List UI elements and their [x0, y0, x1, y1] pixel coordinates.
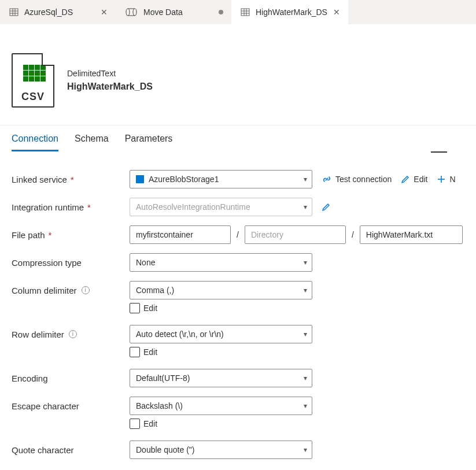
label-encoding: Encoding [12, 373, 130, 383]
svg-point-5 [126, 9, 130, 16]
svg-rect-0 [10, 9, 18, 16]
integration-runtime-select: AutoResolveIntegrationRuntime ▾ [130, 198, 312, 216]
tab-label: HighWaterMark_DS [256, 8, 327, 17]
path-separator: / [350, 230, 355, 239]
pipeline-icon [125, 8, 138, 17]
test-connection-button[interactable]: Test connection [322, 174, 392, 184]
unsaved-dot-icon [219, 10, 223, 14]
subtab-schema[interactable]: Schema [75, 134, 109, 151]
new-linked-service-button[interactable]: N [437, 175, 455, 184]
column-delimiter-select[interactable]: Comma (,) ▾ [130, 281, 312, 299]
label-integration-runtime: Integration runtime* [12, 202, 130, 212]
quote-character-select[interactable]: Double quote (") ▾ [130, 441, 312, 459]
column-delimiter-edit-toggle[interactable]: Edit [130, 303, 476, 313]
encoding-select[interactable]: Default(UTF-8) ▾ [130, 369, 312, 387]
svg-point-6 [133, 9, 136, 16]
dataset-icon [241, 8, 250, 17]
file-container-value: myfirstcontainer [136, 230, 193, 239]
encoding-value: Default(UTF-8) [136, 373, 190, 383]
file-name-value: HighWaterMark.txt [366, 230, 433, 239]
label-column-delimiter: Column delimiter i [12, 286, 130, 295]
escape-character-edit-toggle[interactable]: Edit [130, 419, 476, 429]
edit-label: Edit [143, 419, 157, 428]
row-delimiter-value: Auto detect (\r,\n, or \r\n) [136, 330, 224, 339]
tab-label: AzureSql_DS [24, 8, 73, 17]
dataset-icon [9, 8, 19, 17]
label-row-delimiter: Row delimiter i [12, 330, 130, 339]
edit-label: Edit [143, 347, 157, 357]
edit-linked-service-button[interactable]: Edit [401, 175, 427, 184]
row-delimiter-select[interactable]: Auto detect (\r,\n, or \r\n) ▾ [130, 325, 312, 343]
linked-service-value: AzureBlobStorage1 [149, 175, 219, 184]
edit-integration-runtime-button[interactable] [322, 202, 331, 212]
tab-move-data[interactable]: Move Data [116, 0, 231, 24]
compression-type-value: None [136, 258, 155, 267]
chevron-down-icon: ▾ [304, 175, 307, 183]
row-delimiter-edit-toggle[interactable]: Edit [130, 347, 476, 357]
csv-icon-label: CSV [13, 91, 53, 103]
label-escape-character: Escape character [12, 401, 130, 411]
subtab-connection[interactable]: Connection [12, 134, 58, 151]
chevron-down-icon: ▾ [304, 374, 307, 382]
checkbox[interactable] [130, 419, 140, 429]
integration-runtime-value: AutoResolveIntegrationRuntime [136, 202, 250, 212]
pencil-icon [401, 175, 410, 184]
close-icon[interactable]: ✕ [333, 8, 340, 16]
file-directory-placeholder: Directory [251, 230, 283, 239]
file-directory-input[interactable]: Directory [245, 225, 346, 244]
test-connection-icon [322, 174, 332, 184]
pencil-icon [322, 202, 331, 212]
label-compression-type: Compression type [12, 258, 130, 268]
dataset-type-label: DelimitedText [67, 69, 153, 78]
chevron-down-icon: ▾ [304, 286, 307, 294]
file-name-input[interactable]: HighWaterMark.txt [360, 225, 463, 244]
label-file-path: File path* [12, 230, 130, 240]
chevron-down-icon: ▾ [304, 203, 307, 211]
csv-file-icon: CSV [12, 53, 54, 108]
tab-azuresql-ds[interactable]: AzureSql_DS ✕ [0, 0, 116, 24]
chevron-down-icon: ▾ [304, 330, 307, 338]
escape-character-select[interactable]: Backslash (\) ▾ [130, 397, 312, 415]
storage-icon [136, 175, 144, 183]
quote-character-value: Double quote (") [136, 445, 194, 454]
dataset-subtabs: Connection Schema Parameters [0, 125, 476, 151]
edit-label: Edit [143, 304, 157, 313]
linked-service-select[interactable]: AzureBlobStorage1 ▾ [130, 170, 312, 188]
compression-type-select[interactable]: None ▾ [130, 253, 312, 272]
chevron-down-icon: ▾ [304, 402, 307, 410]
column-delimiter-value: Comma (,) [136, 286, 174, 295]
label-quote-character: Quote character [12, 445, 130, 455]
editor-tabs-bar: AzureSql_DS ✕ Move Data HighWaterMark_DS… [0, 0, 476, 24]
close-icon[interactable]: ✕ [101, 8, 108, 16]
escape-character-value: Backslash (\) [136, 401, 183, 410]
chevron-down-icon: ▾ [304, 446, 307, 454]
file-container-input[interactable]: myfirstcontainer [130, 225, 231, 244]
dataset-name: HighWaterMark_DS [67, 82, 153, 92]
info-icon[interactable]: i [69, 330, 77, 338]
dataset-header: CSV DelimitedText HighWaterMark_DS [0, 24, 476, 125]
plus-icon [437, 175, 446, 184]
connection-form: Linked service* AzureBlobStorage1 ▾ Test… [0, 157, 476, 460]
path-separator: / [235, 230, 240, 239]
subtab-parameters[interactable]: Parameters [125, 134, 173, 151]
checkbox[interactable] [130, 347, 140, 357]
label-linked-service: Linked service* [12, 175, 130, 184]
tab-highwatermark-ds[interactable]: HighWaterMark_DS ✕ [231, 0, 348, 24]
tab-label: Move Data [143, 8, 183, 17]
svg-rect-9 [241, 9, 249, 16]
checkbox[interactable] [130, 303, 140, 313]
panel-handle[interactable] [431, 151, 447, 153]
chevron-down-icon: ▾ [304, 258, 307, 267]
info-icon[interactable]: i [82, 286, 90, 294]
